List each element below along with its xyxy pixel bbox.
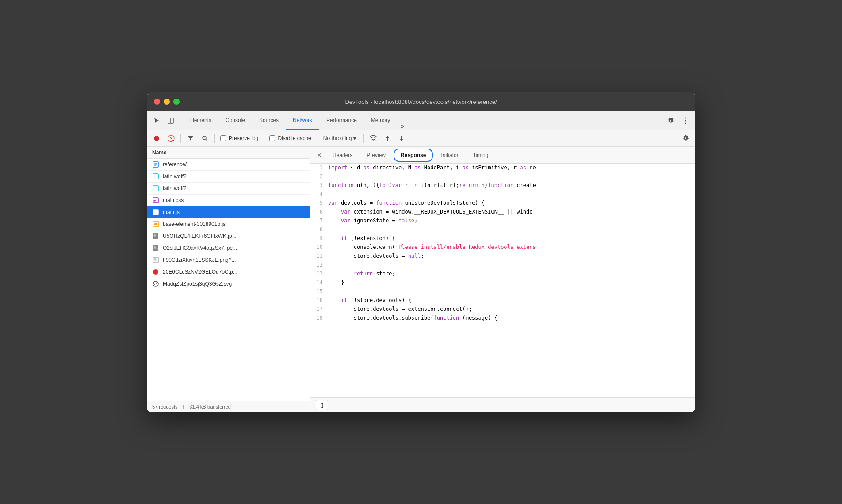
- svg-point-7: [373, 141, 374, 141]
- toolbar-divider-2: [214, 134, 215, 143]
- svg-point-2: [685, 117, 686, 118]
- filter-icon[interactable]: [184, 132, 197, 145]
- file-item-main-js[interactable]: ⚙ main.js: [147, 206, 310, 218]
- file-item-u5oHzQL[interactable]: U5OHzQL4tEKFr6OFlxWK.jp...: [147, 230, 310, 242]
- tab-timing[interactable]: Timing: [467, 149, 495, 161]
- disable-cache-checkbox[interactable]: [269, 135, 275, 141]
- file-name: main.js: [163, 209, 180, 215]
- tab-network[interactable]: Network: [286, 111, 319, 130]
- code-line: 11 store.devtools = null;: [310, 252, 695, 261]
- svg-point-23: [154, 223, 157, 225]
- tab-headers[interactable]: Headers: [326, 149, 359, 161]
- toolbar-divider-4: [317, 134, 317, 143]
- file-item-base-element[interactable]: base-element-3018901b.js: [147, 218, 310, 230]
- tab-preview[interactable]: Preview: [360, 149, 392, 161]
- transferred-size: 31.4 kB transferred: [189, 404, 231, 409]
- file-icon-svg: [152, 280, 159, 287]
- file-name: base-element-3018901b.js: [163, 221, 226, 227]
- search-icon[interactable]: [199, 132, 211, 145]
- tab-sources[interactable]: Sources: [252, 111, 286, 130]
- close-panel-button[interactable]: ✕: [314, 151, 325, 160]
- tab-elements[interactable]: Elements: [182, 111, 218, 130]
- record-button[interactable]: ⏺: [150, 132, 163, 145]
- svg-rect-9: [399, 141, 404, 141]
- format-button[interactable]: {}: [316, 400, 328, 410]
- cursor-icon[interactable]: [150, 115, 163, 127]
- titlebar: DevTools - localhost:8080/docs/devtools/…: [147, 92, 695, 111]
- close-button[interactable]: [154, 99, 160, 105]
- tab-response[interactable]: Response: [394, 149, 433, 162]
- file-item-latin-woff2-1[interactable]: T latin.woff2: [147, 171, 310, 183]
- tab-bar-icons: [150, 115, 177, 127]
- traffic-lights: [154, 99, 180, 105]
- tab-performance[interactable]: Performance: [319, 111, 364, 130]
- file-icon-font-2: T: [152, 185, 159, 192]
- dock-icon[interactable]: [165, 115, 177, 127]
- code-line: 8: [310, 225, 695, 234]
- toolbar-divider-5: [363, 134, 364, 143]
- wifi-icon[interactable]: [367, 132, 379, 145]
- code-line: 14 }: [310, 279, 695, 287]
- code-line: 7 var ignoreState = false;: [310, 217, 695, 225]
- code-line: 1 import { d as directive, N as NodePart…: [310, 164, 695, 172]
- minimize-button[interactable]: [164, 99, 170, 105]
- network-settings-icon[interactable]: [679, 132, 692, 145]
- throttle-select[interactable]: No throttling: [321, 134, 360, 142]
- file-status-bar: 57 requests | 31.4 kB transferred: [147, 401, 310, 412]
- svg-text:⚙: ⚙: [153, 211, 157, 215]
- file-icon-img-2: [152, 233, 159, 240]
- tab-initiator[interactable]: Initiator: [435, 149, 464, 161]
- svg-point-3: [685, 120, 686, 121]
- file-item-20E6CLcS[interactable]: 20E6CLcSzNV2GELQu7oC.p...: [147, 266, 310, 278]
- devtools-body: Elements Console Sources Network Perform…: [147, 111, 695, 412]
- more-options-icon[interactable]: [679, 115, 692, 127]
- file-item-reference[interactable]: reference/: [147, 159, 310, 171]
- file-item-MadqZslZ[interactable]: MadqZslZpo1sj3qQ3GsZ.svg: [147, 278, 310, 290]
- code-line: 18 store.devtools.subscribe(function (me…: [310, 314, 695, 323]
- file-name: main.css: [163, 197, 184, 203]
- toolbar-divider-1: [180, 134, 181, 143]
- file-name: MadqZslZpo1sj3qQ3GsZ.svg: [163, 281, 232, 287]
- file-item-main-css[interactable]: ✏ main.css: [147, 195, 310, 206]
- main-tabs: Elements Console Sources Network Perform…: [182, 111, 664, 130]
- tab-console[interactable]: Console: [218, 111, 252, 130]
- bottom-bar: {}: [310, 397, 695, 412]
- devtools-window: DevTools - localhost:8080/docs/devtools/…: [147, 92, 695, 412]
- disable-cache-group[interactable]: Disable cache: [268, 135, 313, 141]
- svg-rect-8: [385, 141, 390, 141]
- disable-cache-label: Disable cache: [278, 135, 311, 141]
- tab-bar: Elements Console Sources Network Perform…: [147, 111, 695, 130]
- file-icon-font: T: [152, 173, 159, 180]
- tab-memory[interactable]: Memory: [364, 111, 397, 130]
- svg-rect-26: [153, 245, 158, 251]
- file-name: 20E6CLcSzNV2GELQu7oC.p...: [163, 269, 237, 275]
- clear-button[interactable]: 🚫: [165, 132, 177, 145]
- svg-point-5: [203, 136, 206, 140]
- code-line: 4: [310, 190, 695, 199]
- download-icon[interactable]: [395, 132, 408, 145]
- file-icon-css: ✏: [152, 197, 159, 204]
- file-item-o2slJEHG[interactable]: O2slJEHG9avKV4aqzSx7.jpe...: [147, 242, 310, 254]
- code-line: 13 return store;: [310, 270, 695, 279]
- code-line: 3 function n(n,t){for(var r in t)n[r]=t[…: [310, 181, 695, 190]
- code-line: 12: [310, 261, 695, 270]
- settings-icon[interactable]: [664, 115, 677, 127]
- maximize-button[interactable]: [173, 99, 180, 105]
- preserve-log-label: Preserve log: [229, 135, 258, 141]
- main-content: Name reference/: [147, 147, 695, 412]
- svg-line-6: [206, 139, 207, 141]
- upload-icon[interactable]: [381, 132, 394, 145]
- more-tabs-button[interactable]: »: [397, 122, 408, 130]
- network-toolbar: ⏺ 🚫 Preserve log Dis: [147, 130, 695, 147]
- file-item-h90Ctfzi[interactable]: h90CtfziXluvh1LSSKJE.png?...: [147, 254, 310, 266]
- file-list-header: Name: [147, 147, 310, 159]
- divider: |: [183, 404, 184, 409]
- file-icon-img-4: [152, 256, 159, 263]
- file-icon-img-5: [152, 268, 159, 275]
- file-item-latin-woff2-2[interactable]: T latin.woff2: [147, 183, 310, 195]
- code-line: 5 var devtools = function unistoreDevToo…: [310, 199, 695, 208]
- code-line: 9 if (!extension) {: [310, 234, 695, 243]
- preserve-log-checkbox[interactable]: [220, 135, 226, 141]
- sub-tabs: ✕ Headers Preview Response Initiator Tim…: [310, 147, 695, 164]
- preserve-log-group[interactable]: Preserve log: [218, 135, 260, 141]
